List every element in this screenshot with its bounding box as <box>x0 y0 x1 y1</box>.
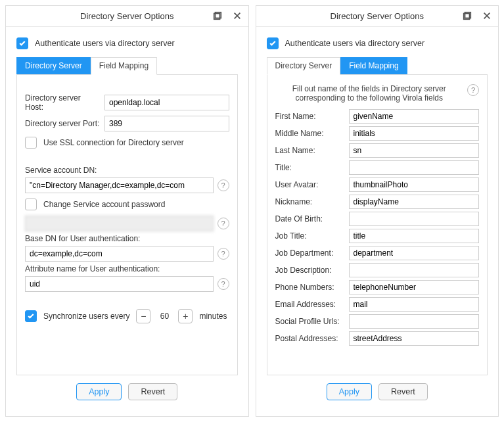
mapping-input[interactable] <box>349 109 480 124</box>
mapping-input[interactable] <box>349 297 480 312</box>
auth-checkbox-row: Authenticate users via directory server <box>16 37 238 49</box>
mapping-row: Phone Numbers: <box>275 280 480 294</box>
mapping-input[interactable] <box>349 263 480 277</box>
sync-checkbox[interactable] <box>25 310 37 322</box>
revert-button[interactable]: Revert <box>128 383 177 400</box>
mapping-input[interactable] <box>349 229 480 243</box>
sync-value: 60 <box>154 312 174 321</box>
help-icon[interactable]: ? <box>218 179 229 191</box>
mapping-input[interactable] <box>349 195 480 209</box>
titlebar: Directory Server Options <box>6 6 248 27</box>
mapping-list: First Name:Middle Name:Last Name:Title:U… <box>275 109 480 346</box>
mapping-row: Job Description: <box>275 263 480 277</box>
mapping-row: Middle Name: <box>275 126 480 141</box>
detach-icon[interactable] <box>460 9 474 23</box>
instruction-text: Fill out name of the fields in Directory… <box>275 84 480 103</box>
mapping-label: Middle Name: <box>275 129 345 138</box>
tab-body-directory-server: Directory server Host: Directory server … <box>16 75 238 375</box>
mapping-label: Last Name: <box>275 146 345 155</box>
port-label: Directory server Port: <box>25 119 101 128</box>
tabs: Directory Server Field Mapping <box>16 57 238 75</box>
mapping-input[interactable] <box>349 280 480 294</box>
help-icon[interactable]: ? <box>218 218 229 229</box>
mapping-input[interactable] <box>349 160 480 175</box>
apply-button[interactable]: Apply <box>76 383 122 400</box>
tab-field-mapping[interactable]: Field Mapping <box>91 57 157 75</box>
mapping-label: Social Profile Urls: <box>275 317 345 326</box>
mapping-input[interactable] <box>349 177 480 192</box>
auth-checkbox-row: Authenticate users via directory server <box>267 37 488 49</box>
footer: Apply Revert <box>16 375 238 410</box>
mapping-row: Job Department: <box>275 246 480 260</box>
tab-body-field-mapping: Fill out name of the fields in Directory… <box>267 75 488 375</box>
tab-directory-server[interactable]: Directory Server <box>16 57 91 74</box>
tab-directory-server[interactable]: Directory Server <box>267 57 341 75</box>
help-icon[interactable]: ? <box>218 248 229 260</box>
content: Authenticate users via directory server … <box>6 27 248 416</box>
mapping-label: Job Description: <box>275 266 345 275</box>
help-icon[interactable]: ? <box>218 278 229 290</box>
footer: Apply Revert <box>267 375 488 410</box>
auth-checkbox[interactable] <box>16 37 28 49</box>
mapping-label: Job Department: <box>275 248 345 258</box>
mapping-label: Phone Numbers: <box>275 283 345 292</box>
sync-stepper: − 60 + <box>136 309 193 323</box>
ssl-checkbox[interactable] <box>25 137 37 149</box>
mapping-row: First Name: <box>275 109 480 124</box>
mapping-input[interactable] <box>349 331 480 346</box>
mapping-row: Title: <box>275 160 480 175</box>
mapping-input[interactable] <box>349 126 480 141</box>
auth-checkbox-label: Authenticate users via directory server <box>35 39 175 48</box>
host-label: Directory server Host: <box>25 93 101 112</box>
auth-checkbox[interactable] <box>267 37 279 49</box>
tabs: Directory Server Field Mapping <box>267 57 488 75</box>
detach-icon[interactable] <box>210 9 225 23</box>
mapping-input[interactable] <box>349 314 480 329</box>
mapping-label: User Avatar: <box>275 180 345 189</box>
titlebar: Directory Server Options <box>256 6 499 27</box>
close-icon[interactable] <box>230 9 244 23</box>
mapping-row: Email Addresses: <box>275 297 480 312</box>
window-field-mapping: Directory Server Options Authenticate us… <box>256 5 499 417</box>
change-password-checkbox[interactable] <box>25 199 37 210</box>
sync-unit: minutes <box>199 312 227 321</box>
mapping-input[interactable] <box>349 212 480 226</box>
host-input[interactable] <box>104 95 229 110</box>
mapping-label: Email Addresses: <box>275 300 345 309</box>
mapping-label: Nickname: <box>275 197 345 206</box>
plus-icon[interactable]: + <box>178 309 193 323</box>
mapping-input[interactable] <box>349 246 480 260</box>
mapping-row: Last Name: <box>275 143 480 158</box>
mapping-label: Postal Addresses: <box>275 334 345 343</box>
attr-input[interactable] <box>25 276 214 292</box>
mapping-input[interactable] <box>349 143 480 158</box>
password-input[interactable] <box>25 216 214 231</box>
mapping-row: Job Title: <box>275 229 480 243</box>
sync-label: Synchronize users every <box>43 312 129 321</box>
tab-field-mapping[interactable]: Field Mapping <box>340 57 407 74</box>
revert-button[interactable]: Revert <box>378 383 428 400</box>
port-input[interactable] <box>104 116 229 131</box>
sync-row: Synchronize users every − 60 + minutes <box>25 309 229 323</box>
window-directory-server: Directory Server Options Authenticate us… <box>5 5 249 417</box>
close-icon[interactable] <box>480 9 494 23</box>
minus-icon[interactable]: − <box>136 309 150 323</box>
help-icon[interactable]: ? <box>467 84 479 96</box>
mapping-row: Postal Addresses: <box>275 331 480 346</box>
change-password-label: Change Service account password <box>43 200 165 209</box>
mapping-row: Date Of Birth: <box>275 212 480 226</box>
mapping-label: First Name: <box>275 112 345 121</box>
titlebar-actions <box>210 9 244 23</box>
attr-label: Attribute name for User authentication: <box>25 264 229 273</box>
mapping-label: Job Title: <box>275 231 345 241</box>
base-dn-label: Base DN for User authentication: <box>25 234 229 243</box>
service-dn-input[interactable] <box>25 177 214 193</box>
apply-button[interactable]: Apply <box>327 383 372 400</box>
mapping-row: User Avatar: <box>275 177 480 192</box>
mapping-label: Date Of Birth: <box>275 214 345 223</box>
content: Authenticate users via directory server … <box>256 27 499 416</box>
ssl-label: Use SSL connection for Directory server <box>43 138 184 147</box>
mapping-row: Nickname: <box>275 195 480 209</box>
titlebar-actions <box>460 9 494 23</box>
base-dn-input[interactable] <box>25 246 214 262</box>
